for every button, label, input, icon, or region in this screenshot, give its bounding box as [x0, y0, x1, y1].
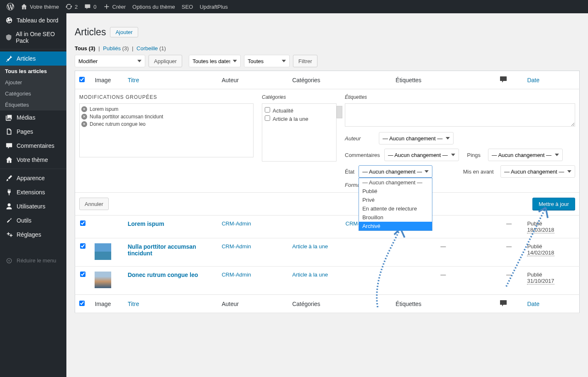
post-title-link[interactable]: Nulla porttitor accumsan tincidunt	[128, 243, 196, 257]
filter-button[interactable]: Filtrer	[293, 55, 317, 67]
new-content[interactable]: Créer	[100, 0, 129, 13]
categories-checklist: Actualité Article à la une	[262, 103, 337, 162]
post-author-link[interactable]: CRM-Admin	[222, 243, 251, 250]
tags-input[interactable]	[345, 103, 575, 127]
wp-logo[interactable]	[3, 0, 17, 13]
sidebar-label: Commentaires	[17, 142, 54, 149]
scrollbar-hint[interactable]	[337, 106, 342, 118]
updraftplus-link[interactable]: UpdraftPlus	[196, 0, 231, 13]
remove-icon[interactable]: ✕	[81, 106, 87, 112]
add-new-button[interactable]: Ajouter	[110, 27, 138, 37]
sidebar-item-aioseo[interactable]: All in One SEO Pack	[0, 27, 66, 47]
row-checkbox[interactable]	[80, 243, 85, 249]
status-option-archived[interactable]: Archivé	[359, 222, 432, 230]
apply-button[interactable]: Appliquer	[149, 55, 182, 67]
wordpress-icon	[7, 3, 14, 10]
status-option[interactable]: — Aucun changement —	[359, 178, 432, 187]
category-filter[interactable]: Toutes	[244, 55, 290, 67]
filter-all[interactable]: Tous (3)	[75, 45, 95, 51]
seo-link[interactable]: SEO	[178, 0, 196, 13]
status-option[interactable]: Privé	[359, 196, 432, 204]
categories-label: Catégories	[262, 93, 337, 103]
sticky-label: Mis en avant	[463, 169, 496, 175]
sidebar-sub-categories[interactable]: Catégories	[0, 88, 66, 99]
post-author-link[interactable]: CRM-Admin	[222, 272, 251, 278]
status-select[interactable]: — Aucun changement —	[359, 165, 432, 178]
col-date[interactable]: Date	[527, 301, 539, 307]
sidebar-item-dashboard[interactable]: Tableau de bord	[0, 13, 66, 27]
sidebar-sub-add[interactable]: Ajouter	[0, 77, 66, 88]
plugins-icon	[5, 188, 13, 196]
col-title[interactable]: Titre	[128, 301, 139, 307]
site-name[interactable]: Votre thème	[17, 0, 62, 13]
status-option[interactable]: Publié	[359, 187, 432, 196]
post-tag-dash: —	[391, 267, 495, 295]
status-option[interactable]: En attente de relecture	[359, 204, 432, 213]
pings-select[interactable]: — Aucun changement —	[488, 149, 563, 161]
post-title-link[interactable]: Donec rutrum congue leo	[128, 272, 198, 278]
status-option[interactable]: Brouillon	[359, 213, 432, 222]
cat-option[interactable]: Article à la une	[265, 115, 334, 123]
date-filter[interactable]: Toutes les dates	[189, 55, 241, 67]
shield-icon	[5, 34, 12, 41]
pings-label: Pings	[467, 152, 484, 158]
post-thumbnail	[95, 243, 111, 260]
select-all-bottom[interactable]	[79, 301, 85, 306]
bulk-titles-list: ✕Lorem ispum ✕Nulla porttitor accumsan t…	[79, 103, 254, 157]
comments-label: Commentaires	[345, 152, 380, 158]
row-checkbox[interactable]	[80, 220, 85, 226]
sidebar-item-pages[interactable]: Pages	[0, 125, 66, 139]
author-select[interactable]: — Aucun changement —	[379, 132, 454, 144]
post-date: 31/10/2017	[527, 278, 554, 284]
sidebar-item-theme[interactable]: Votre thème	[0, 153, 66, 167]
media-icon	[5, 114, 13, 121]
post-date: 18/03/2018	[527, 227, 554, 233]
sidebar-item-tools[interactable]: Outils	[0, 213, 66, 228]
settings-icon	[5, 231, 13, 238]
sidebar-item-appearance[interactable]: Apparence	[0, 171, 66, 185]
sidebar-label: Pages	[17, 128, 33, 135]
tags-label: Étiquettes	[345, 93, 575, 103]
col-date[interactable]: Date	[527, 77, 539, 83]
cat-option[interactable]: Actualité	[265, 106, 334, 115]
sidebar-item-users[interactable]: Utilisateurs	[0, 199, 66, 213]
filter-published[interactable]: Publiés (3)	[103, 45, 129, 51]
row-checkbox[interactable]	[80, 272, 85, 277]
cancel-button[interactable]: Annuler	[79, 198, 109, 210]
collapse-label: Réduire le menu	[17, 257, 56, 264]
admin-sidebar: Tableau de bord All in One SEO Pack Arti…	[0, 13, 66, 377]
users-icon	[5, 203, 13, 210]
filter-trash[interactable]: Corbeille (1)	[137, 45, 166, 51]
post-author-link[interactable]: CRM-Admin	[222, 220, 251, 227]
post-title-link[interactable]: Lorem ispum	[128, 220, 164, 227]
sidebar-sub-all-posts[interactable]: Tous les articles	[0, 66, 66, 77]
comments[interactable]: 0	[81, 0, 100, 13]
sidebar-label: All in One SEO Pack	[16, 31, 61, 44]
select-all-top[interactable]	[79, 77, 85, 82]
sidebar-item-plugins[interactable]: Extensions	[0, 185, 66, 199]
post-category-link[interactable]: Article à la une	[292, 243, 328, 250]
col-comments[interactable]	[495, 295, 523, 313]
bulk-action-select[interactable]: Modifier	[75, 55, 145, 67]
col-comments[interactable]	[495, 71, 523, 89]
collapse-menu[interactable]: Réduire le menu	[0, 254, 66, 267]
page-title: Articles	[75, 27, 106, 38]
remove-icon[interactable]: ✕	[81, 121, 87, 127]
comments-icon	[5, 142, 13, 149]
status-label: État	[345, 169, 354, 175]
sidebar-item-media[interactable]: Médias	[0, 110, 66, 125]
sidebar-label: Votre thème	[17, 157, 48, 163]
col-title[interactable]: Titre	[128, 77, 139, 83]
sidebar-item-posts[interactable]: Articles	[0, 51, 66, 66]
sticky-select[interactable]: — Aucun changement —	[500, 165, 575, 178]
comments-select[interactable]: — Aucun changement —	[384, 149, 459, 161]
theme-options[interactable]: Options du thème	[129, 0, 178, 13]
sidebar-item-comments[interactable]: Commentaires	[0, 139, 66, 153]
updates[interactable]: 2	[62, 0, 81, 13]
post-category-link[interactable]: Article à la une	[292, 272, 328, 278]
update-button[interactable]: Mettre à jour	[532, 198, 575, 210]
sidebar-item-settings[interactable]: Réglages	[0, 228, 66, 242]
remove-icon[interactable]: ✕	[81, 114, 87, 120]
post-tag-dash: —	[391, 238, 495, 267]
sidebar-sub-tags[interactable]: Étiquettes	[0, 99, 66, 110]
